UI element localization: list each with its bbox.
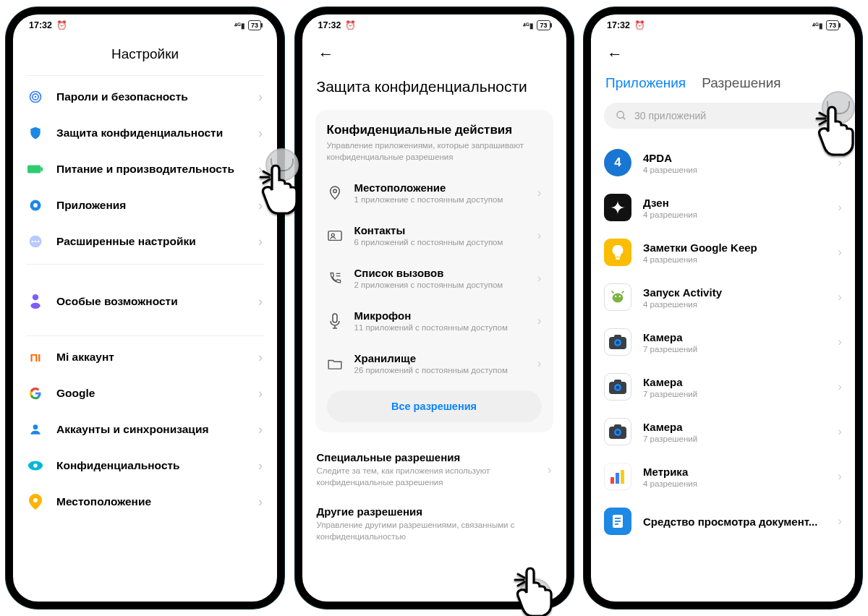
perm-row-location[interactable]: Местоположение 1 приложение с постоянным… xyxy=(327,171,542,214)
perm-row-mic[interactable]: Микрофон 11 приложений с постоянным дост… xyxy=(327,299,542,342)
row-accessibility[interactable]: Особые возможности › xyxy=(26,283,264,320)
row-accounts-sync[interactable]: Аккаунты и синхронизация › xyxy=(26,411,264,448)
chevron-right-icon: › xyxy=(838,424,842,439)
svg-point-8 xyxy=(32,241,34,243)
app-sub: 4 разрешения xyxy=(643,479,826,488)
svg-rect-39 xyxy=(616,473,619,484)
perm-row-contacts[interactable]: Контакты 6 приложений с постоянным досту… xyxy=(327,214,542,257)
row-label: Google xyxy=(56,387,258,400)
chevron-right-icon: › xyxy=(838,245,842,260)
row-mi-account[interactable]: ΠΙ Mi аккаунт › xyxy=(26,339,264,375)
row-privacy[interactable]: Конфиденциальность › xyxy=(26,448,264,484)
app-row-docviewer[interactable]: Средство просмотра документ... › xyxy=(604,499,842,536)
svg-rect-40 xyxy=(621,470,624,484)
perm-label: Список вызовов xyxy=(354,267,537,279)
app-sub: 4 разрешения xyxy=(643,255,826,264)
app-row-4pda[interactable]: 4 4PDA 4 разрешения › xyxy=(604,140,842,185)
row-battery-perf[interactable]: Питание и производительность › xyxy=(26,151,264,187)
app-row-camera-2[interactable]: Камера 7 разрешений › xyxy=(604,364,842,409)
mi-icon: ΠΙ xyxy=(27,349,43,365)
svg-rect-22 xyxy=(616,257,620,260)
row-passwords[interactable]: Пароли и безопасность › xyxy=(26,79,264,115)
chevron-right-icon: › xyxy=(258,126,263,141)
chevron-right-icon: › xyxy=(537,356,542,371)
signal-icon: ⁴ᴳ▮ xyxy=(234,22,245,30)
app-icon xyxy=(604,239,631,266)
perm-row-calls[interactable]: Список вызовов 2 приложения с постоянным… xyxy=(327,257,542,299)
svg-point-12 xyxy=(30,303,40,309)
svg-point-24 xyxy=(615,296,616,297)
phone-list-icon xyxy=(327,271,343,286)
row-apps[interactable]: Приложения › xyxy=(26,187,264,223)
perm-sub: 2 приложения с постоянным доступом xyxy=(354,281,537,289)
svg-point-6 xyxy=(33,203,38,208)
svg-rect-20 xyxy=(333,314,337,322)
app-label: Камера xyxy=(643,376,826,388)
row-privacy-protection[interactable]: Защита конфиденциальности › xyxy=(26,115,264,151)
app-row-metrica[interactable]: Метрика 4 разрешения › xyxy=(604,454,842,499)
chevron-right-icon: › xyxy=(258,90,263,105)
back-button[interactable]: ← xyxy=(318,45,334,63)
page-title: Защита конфиденциальности xyxy=(315,68,553,110)
svg-point-32 xyxy=(616,386,620,390)
app-label: Заметки Google Keep xyxy=(643,241,826,254)
svg-rect-43 xyxy=(615,521,621,522)
location-pin-icon xyxy=(27,494,43,510)
row-location[interactable]: Местоположение › xyxy=(26,484,264,520)
app-row-activity[interactable]: Запуск Activity 4 разрешения › xyxy=(604,275,842,320)
app-label: Метрика xyxy=(643,466,826,478)
row-label: Пароли и безопасность xyxy=(56,90,258,103)
app-sub: 7 разрешений xyxy=(643,435,826,443)
row-sub: Следите за тем, как приложения использую… xyxy=(317,466,540,488)
chevron-right-icon: › xyxy=(548,463,552,477)
all-permissions-button[interactable]: Все разрешения xyxy=(327,390,542,422)
svg-rect-23 xyxy=(613,293,624,302)
search-input[interactable]: 30 приложений xyxy=(604,103,842,129)
tab-apps[interactable]: Приложения xyxy=(605,75,686,91)
chevron-right-icon: › xyxy=(258,422,263,437)
svg-point-21 xyxy=(617,111,624,118)
chevron-right-icon: › xyxy=(258,458,263,474)
folder-icon xyxy=(327,358,343,369)
row-special-permissions[interactable]: Специальные разрешения Следите за тем, к… xyxy=(315,442,553,497)
app-row-dzen[interactable]: Дзен 4 разрешения › xyxy=(604,185,842,230)
svg-point-9 xyxy=(35,241,37,243)
row-google[interactable]: Google › xyxy=(26,375,264,411)
chevron-right-icon: › xyxy=(537,271,542,286)
app-row-camera-3[interactable]: Камера 7 разрешений › xyxy=(604,409,842,454)
perm-label: Местоположение xyxy=(354,181,537,194)
row-label: Специальные разрешения xyxy=(317,451,540,463)
perm-sub: 26 приложений с постоянным доступом xyxy=(354,366,537,375)
perm-sub: 11 приложений с постоянным доступом xyxy=(354,323,537,332)
row-label: Защита конфиденциальности xyxy=(56,127,258,140)
chevron-right-icon: › xyxy=(537,228,542,243)
row-advanced[interactable]: Расширенные настройки › xyxy=(26,223,264,260)
chevron-right-icon: › xyxy=(838,290,842,304)
svg-point-15 xyxy=(33,463,38,468)
app-label: Камера xyxy=(643,421,826,433)
app-sub: 4 разрешения xyxy=(643,166,826,174)
google-icon xyxy=(27,385,43,401)
app-row-keep[interactable]: Заметки Google Keep 4 разрешения › xyxy=(604,230,842,275)
tab-permissions[interactable]: Разрешения xyxy=(702,75,780,91)
app-icon xyxy=(604,373,631,401)
search-placeholder: 30 приложений xyxy=(634,110,706,121)
svg-point-28 xyxy=(616,341,620,345)
alarm-icon: ⏰ xyxy=(56,20,67,30)
app-icon xyxy=(604,463,631,490)
search-icon xyxy=(616,110,627,121)
perm-row-storage[interactable]: Хранилище 26 приложений с постоянным дос… xyxy=(327,342,542,385)
row-label: Расширенные настройки xyxy=(56,235,258,248)
row-label: Особые возможности xyxy=(56,295,258,308)
alarm-icon: ⏰ xyxy=(634,20,645,30)
svg-rect-42 xyxy=(615,518,621,519)
svg-point-17 xyxy=(333,189,336,193)
app-label: Дзен xyxy=(643,197,826,209)
row-other-permissions[interactable]: Другие разрешения Управление другими раз… xyxy=(315,497,553,542)
chevron-right-icon: › xyxy=(258,386,263,401)
app-row-camera-1[interactable]: Камера 7 разрешений › xyxy=(604,320,842,364)
back-button[interactable]: ← xyxy=(607,45,623,63)
battery-icon: 73 xyxy=(537,20,550,30)
app-icon xyxy=(604,418,631,445)
app-label: Средство просмотра документ... xyxy=(643,516,826,528)
